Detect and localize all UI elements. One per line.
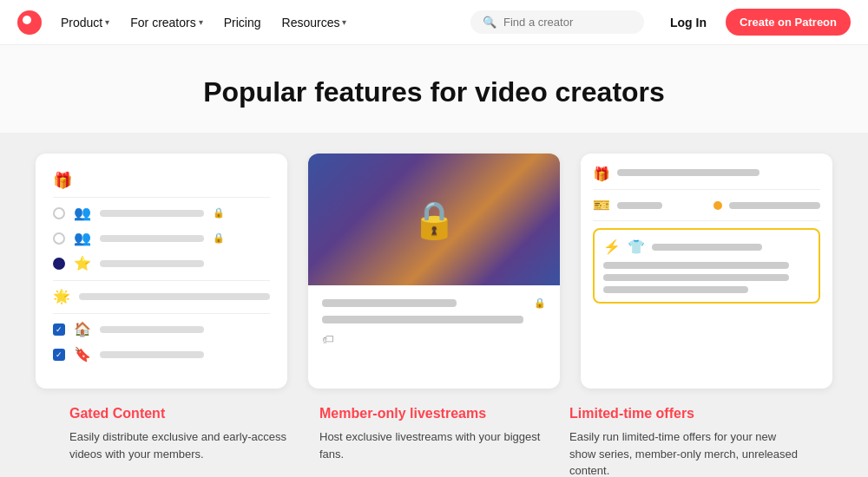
bar-placeholder — [652, 244, 762, 251]
chevron-down-icon: ▾ — [105, 17, 109, 27]
bar-placeholder — [729, 202, 820, 209]
chevron-down-icon: ▾ — [199, 17, 203, 27]
bar-placeholder — [100, 235, 204, 242]
nav-product[interactable]: Product ▾ — [52, 10, 118, 35]
feature-gated-content: Gated Content Easily distribute exclusiv… — [69, 406, 299, 477]
group-icon: 👥 — [74, 230, 91, 246]
bar-placeholder — [603, 286, 748, 293]
shirt-icon: 👕 — [628, 238, 645, 255]
feature-title: Limited-time offers — [569, 406, 799, 421]
bar-placeholder — [617, 202, 662, 209]
hero-section: Popular features for video creators — [0, 45, 868, 133]
search-bar[interactable]: 🔍 — [470, 10, 644, 34]
bar-placeholder — [100, 351, 204, 358]
star-group-icon: 🌟 — [53, 288, 70, 304]
hero-title: Popular features for video creators — [17, 76, 851, 108]
feature-description: Host exclusive livestreams with your big… — [319, 428, 549, 462]
lock-icon: 🔒 — [213, 232, 225, 244]
group-icon: 👥 — [74, 205, 91, 221]
lightning-icon: ⚡ — [603, 238, 621, 255]
feature-title: Gated Content — [69, 406, 299, 421]
feature-descriptions: Gated Content Easily distribute exclusiv… — [35, 406, 833, 477]
limited-offers-card: 🎁 🎫 ⚡ 👕 — [581, 154, 832, 389]
nav-for-creators[interactable]: For creators ▾ — [122, 10, 211, 35]
radio-option[interactable] — [53, 232, 65, 245]
lock-icon: 🔒 — [213, 207, 225, 219]
feature-description: Easily run limited-time offers for your … — [569, 428, 799, 477]
cards-row: 🎁 👥 🔒 👥 🔒 ⭐ 🌟 — [35, 154, 833, 389]
chevron-down-icon: ▾ — [342, 17, 346, 27]
bar-placeholder — [603, 274, 789, 281]
feature-description: Easily distribute exclusive and early-ac… — [69, 428, 299, 462]
patreon-logo[interactable] — [17, 10, 42, 35]
main-nav: Product ▾ For creators ▾ Pricing Resourc… — [0, 0, 868, 45]
nav-pricing[interactable]: Pricing — [215, 10, 270, 35]
livestream-content: 🔒 🏷 — [308, 285, 560, 358]
bar-placeholder — [79, 293, 270, 300]
bar-placeholder — [617, 169, 760, 176]
bar-placeholder — [100, 260, 204, 267]
status-dot — [713, 201, 722, 210]
bar-placeholder — [100, 210, 204, 217]
radio-option[interactable] — [53, 207, 65, 219]
search-input[interactable] — [503, 16, 625, 29]
checkbox[interactable]: ✓ — [53, 349, 65, 361]
livestream-preview: 🔒 — [308, 154, 560, 285]
bookmark-icon: 🔖 — [74, 346, 91, 363]
feature-title: Member-only livestreams — [319, 406, 549, 421]
lock-icon: 🔒 — [411, 199, 457, 241]
bar-placeholder — [322, 299, 457, 307]
radio-option-selected[interactable] — [53, 258, 65, 270]
gated-content-card: 🎁 👥 🔒 👥 🔒 ⭐ 🌟 — [36, 154, 287, 389]
search-icon: 🔍 — [483, 16, 496, 29]
bar-placeholder — [322, 316, 523, 323]
gift-card-icon: 🎫 — [593, 197, 610, 213]
features-section: 🎁 👥 🔒 👥 🔒 ⭐ 🌟 — [0, 133, 868, 477]
bar-placeholder — [100, 326, 204, 333]
gift-icon: 🎁 — [53, 171, 270, 190]
highlight-offer-card: ⚡ 👕 — [593, 228, 820, 304]
feature-livestreams: Member-only livestreams Host exclusive l… — [319, 406, 549, 477]
bar-placeholder — [603, 262, 789, 269]
checkbox[interactable]: ✓ — [53, 323, 65, 336]
home-icon: 🏠 — [74, 321, 91, 337]
lock-icon: 🔒 — [534, 297, 546, 309]
nav-resources[interactable]: Resources ▾ — [273, 10, 356, 35]
livestream-card: 🔒 🔒 🏷 — [308, 154, 560, 389]
feature-limited-offers: Limited-time offers Easily run limited-t… — [569, 406, 799, 477]
tag-icon: 🏷 — [322, 332, 546, 346]
star-icon: ⭐ — [74, 255, 91, 271]
login-button[interactable]: Log In — [661, 10, 715, 35]
create-on-patreon-button[interactable]: Create on Patreon — [726, 9, 851, 36]
gift-icon: 🎁 — [593, 166, 610, 182]
